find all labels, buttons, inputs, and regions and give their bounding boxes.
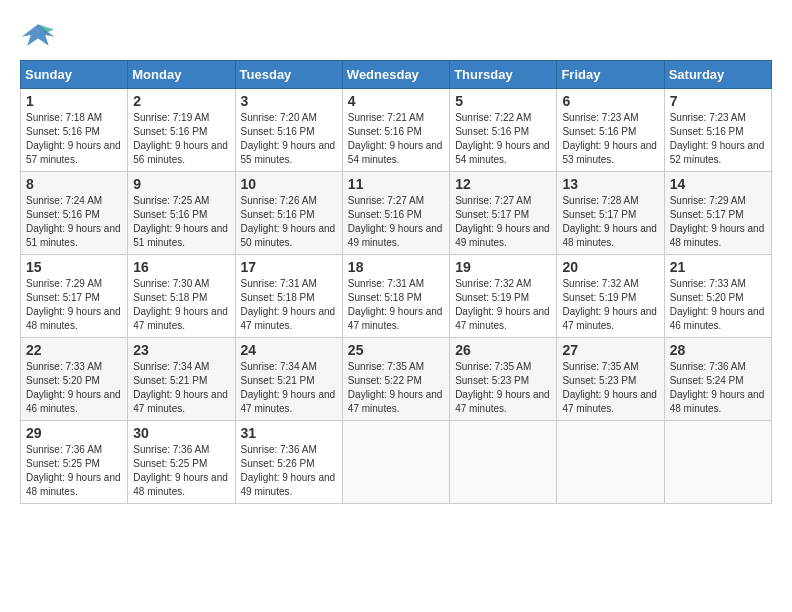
day-info: Sunrise: 7:26 AMSunset: 5:16 PMDaylight:… xyxy=(241,194,337,250)
day-number: 2 xyxy=(133,93,229,109)
calendar-cell: 19Sunrise: 7:32 AMSunset: 5:19 PMDayligh… xyxy=(450,255,557,338)
calendar-cell: 7Sunrise: 7:23 AMSunset: 5:16 PMDaylight… xyxy=(664,89,771,172)
day-info: Sunrise: 7:36 AMSunset: 5:24 PMDaylight:… xyxy=(670,360,766,416)
header-day-thursday: Thursday xyxy=(450,61,557,89)
header-day-wednesday: Wednesday xyxy=(342,61,449,89)
svg-marker-0 xyxy=(22,24,54,46)
day-info: Sunrise: 7:21 AMSunset: 5:16 PMDaylight:… xyxy=(348,111,444,167)
calendar-cell: 11Sunrise: 7:27 AMSunset: 5:16 PMDayligh… xyxy=(342,172,449,255)
calendar-header-row: SundayMondayTuesdayWednesdayThursdayFrid… xyxy=(21,61,772,89)
calendar-cell: 12Sunrise: 7:27 AMSunset: 5:17 PMDayligh… xyxy=(450,172,557,255)
page-header xyxy=(20,20,772,50)
day-info: Sunrise: 7:35 AMSunset: 5:23 PMDaylight:… xyxy=(455,360,551,416)
calendar-cell: 5Sunrise: 7:22 AMSunset: 5:16 PMDaylight… xyxy=(450,89,557,172)
day-info: Sunrise: 7:24 AMSunset: 5:16 PMDaylight:… xyxy=(26,194,122,250)
day-info: Sunrise: 7:22 AMSunset: 5:16 PMDaylight:… xyxy=(455,111,551,167)
calendar-cell: 20Sunrise: 7:32 AMSunset: 5:19 PMDayligh… xyxy=(557,255,664,338)
calendar-cell: 31Sunrise: 7:36 AMSunset: 5:26 PMDayligh… xyxy=(235,421,342,504)
calendar-body: 1Sunrise: 7:18 AMSunset: 5:16 PMDaylight… xyxy=(21,89,772,504)
calendar-cell xyxy=(342,421,449,504)
calendar-week-4: 22Sunrise: 7:33 AMSunset: 5:20 PMDayligh… xyxy=(21,338,772,421)
calendar-cell xyxy=(557,421,664,504)
day-info: Sunrise: 7:35 AMSunset: 5:22 PMDaylight:… xyxy=(348,360,444,416)
day-info: Sunrise: 7:32 AMSunset: 5:19 PMDaylight:… xyxy=(562,277,658,333)
day-number: 27 xyxy=(562,342,658,358)
day-info: Sunrise: 7:25 AMSunset: 5:16 PMDaylight:… xyxy=(133,194,229,250)
day-number: 31 xyxy=(241,425,337,441)
day-number: 28 xyxy=(670,342,766,358)
day-info: Sunrise: 7:36 AMSunset: 5:25 PMDaylight:… xyxy=(26,443,122,499)
day-info: Sunrise: 7:31 AMSunset: 5:18 PMDaylight:… xyxy=(241,277,337,333)
calendar-cell xyxy=(664,421,771,504)
calendar-cell: 26Sunrise: 7:35 AMSunset: 5:23 PMDayligh… xyxy=(450,338,557,421)
day-number: 11 xyxy=(348,176,444,192)
calendar-cell: 25Sunrise: 7:35 AMSunset: 5:22 PMDayligh… xyxy=(342,338,449,421)
day-number: 20 xyxy=(562,259,658,275)
day-info: Sunrise: 7:32 AMSunset: 5:19 PMDaylight:… xyxy=(455,277,551,333)
day-info: Sunrise: 7:20 AMSunset: 5:16 PMDaylight:… xyxy=(241,111,337,167)
day-info: Sunrise: 7:35 AMSunset: 5:23 PMDaylight:… xyxy=(562,360,658,416)
day-number: 10 xyxy=(241,176,337,192)
day-info: Sunrise: 7:27 AMSunset: 5:17 PMDaylight:… xyxy=(455,194,551,250)
day-number: 5 xyxy=(455,93,551,109)
calendar-week-3: 15Sunrise: 7:29 AMSunset: 5:17 PMDayligh… xyxy=(21,255,772,338)
day-number: 23 xyxy=(133,342,229,358)
day-number: 4 xyxy=(348,93,444,109)
calendar-cell: 28Sunrise: 7:36 AMSunset: 5:24 PMDayligh… xyxy=(664,338,771,421)
day-number: 29 xyxy=(26,425,122,441)
day-number: 17 xyxy=(241,259,337,275)
day-info: Sunrise: 7:36 AMSunset: 5:26 PMDaylight:… xyxy=(241,443,337,499)
calendar-cell: 29Sunrise: 7:36 AMSunset: 5:25 PMDayligh… xyxy=(21,421,128,504)
day-info: Sunrise: 7:36 AMSunset: 5:25 PMDaylight:… xyxy=(133,443,229,499)
day-number: 18 xyxy=(348,259,444,275)
day-number: 8 xyxy=(26,176,122,192)
calendar-cell: 15Sunrise: 7:29 AMSunset: 5:17 PMDayligh… xyxy=(21,255,128,338)
logo-bird-icon xyxy=(20,20,56,50)
day-number: 24 xyxy=(241,342,337,358)
day-number: 15 xyxy=(26,259,122,275)
header-day-sunday: Sunday xyxy=(21,61,128,89)
calendar-cell xyxy=(450,421,557,504)
day-number: 14 xyxy=(670,176,766,192)
day-info: Sunrise: 7:28 AMSunset: 5:17 PMDaylight:… xyxy=(562,194,658,250)
calendar-cell: 17Sunrise: 7:31 AMSunset: 5:18 PMDayligh… xyxy=(235,255,342,338)
calendar-cell: 4Sunrise: 7:21 AMSunset: 5:16 PMDaylight… xyxy=(342,89,449,172)
day-info: Sunrise: 7:31 AMSunset: 5:18 PMDaylight:… xyxy=(348,277,444,333)
calendar-cell: 22Sunrise: 7:33 AMSunset: 5:20 PMDayligh… xyxy=(21,338,128,421)
day-info: Sunrise: 7:27 AMSunset: 5:16 PMDaylight:… xyxy=(348,194,444,250)
calendar-cell: 24Sunrise: 7:34 AMSunset: 5:21 PMDayligh… xyxy=(235,338,342,421)
day-number: 19 xyxy=(455,259,551,275)
calendar-cell: 23Sunrise: 7:34 AMSunset: 5:21 PMDayligh… xyxy=(128,338,235,421)
calendar-cell: 21Sunrise: 7:33 AMSunset: 5:20 PMDayligh… xyxy=(664,255,771,338)
calendar-cell: 2Sunrise: 7:19 AMSunset: 5:16 PMDaylight… xyxy=(128,89,235,172)
day-info: Sunrise: 7:19 AMSunset: 5:16 PMDaylight:… xyxy=(133,111,229,167)
calendar-cell: 3Sunrise: 7:20 AMSunset: 5:16 PMDaylight… xyxy=(235,89,342,172)
calendar-cell: 18Sunrise: 7:31 AMSunset: 5:18 PMDayligh… xyxy=(342,255,449,338)
day-number: 26 xyxy=(455,342,551,358)
day-info: Sunrise: 7:23 AMSunset: 5:16 PMDaylight:… xyxy=(670,111,766,167)
calendar-cell: 8Sunrise: 7:24 AMSunset: 5:16 PMDaylight… xyxy=(21,172,128,255)
day-info: Sunrise: 7:34 AMSunset: 5:21 PMDaylight:… xyxy=(133,360,229,416)
day-number: 12 xyxy=(455,176,551,192)
calendar-cell: 30Sunrise: 7:36 AMSunset: 5:25 PMDayligh… xyxy=(128,421,235,504)
calendar-cell: 13Sunrise: 7:28 AMSunset: 5:17 PMDayligh… xyxy=(557,172,664,255)
header-day-saturday: Saturday xyxy=(664,61,771,89)
calendar-week-5: 29Sunrise: 7:36 AMSunset: 5:25 PMDayligh… xyxy=(21,421,772,504)
calendar-cell: 9Sunrise: 7:25 AMSunset: 5:16 PMDaylight… xyxy=(128,172,235,255)
day-info: Sunrise: 7:23 AMSunset: 5:16 PMDaylight:… xyxy=(562,111,658,167)
day-info: Sunrise: 7:30 AMSunset: 5:18 PMDaylight:… xyxy=(133,277,229,333)
day-number: 1 xyxy=(26,93,122,109)
day-info: Sunrise: 7:33 AMSunset: 5:20 PMDaylight:… xyxy=(670,277,766,333)
calendar-table: SundayMondayTuesdayWednesdayThursdayFrid… xyxy=(20,60,772,504)
day-info: Sunrise: 7:29 AMSunset: 5:17 PMDaylight:… xyxy=(26,277,122,333)
header-day-tuesday: Tuesday xyxy=(235,61,342,89)
day-number: 7 xyxy=(670,93,766,109)
day-number: 25 xyxy=(348,342,444,358)
calendar-cell: 16Sunrise: 7:30 AMSunset: 5:18 PMDayligh… xyxy=(128,255,235,338)
calendar-cell: 27Sunrise: 7:35 AMSunset: 5:23 PMDayligh… xyxy=(557,338,664,421)
calendar-cell: 1Sunrise: 7:18 AMSunset: 5:16 PMDaylight… xyxy=(21,89,128,172)
day-number: 22 xyxy=(26,342,122,358)
calendar-cell: 6Sunrise: 7:23 AMSunset: 5:16 PMDaylight… xyxy=(557,89,664,172)
calendar-week-2: 8Sunrise: 7:24 AMSunset: 5:16 PMDaylight… xyxy=(21,172,772,255)
day-number: 21 xyxy=(670,259,766,275)
